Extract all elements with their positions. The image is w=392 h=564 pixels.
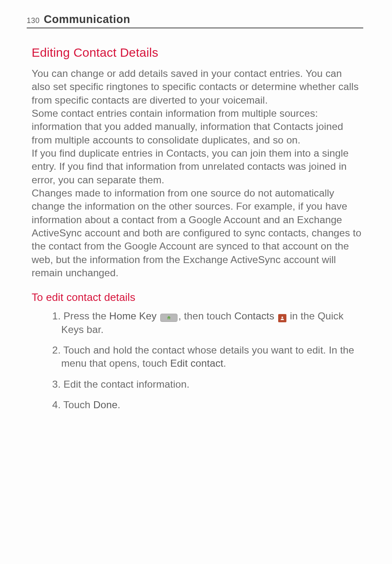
ui-label-contacts: Contacts: [234, 310, 274, 321]
page-number: 130: [27, 16, 40, 25]
step-text: , then touch: [178, 310, 234, 321]
step-text: Touch: [61, 399, 93, 410]
svg-point-0: [281, 317, 283, 318]
ui-label-edit-contact: Edit contact: [170, 358, 223, 369]
step-item: 1. Press the Home Key , then touch Conta…: [52, 310, 363, 336]
page-container: 130 Communication Editing Contact Detail…: [0, 0, 392, 564]
paragraph: If you find duplicate entries in Contact…: [32, 147, 363, 187]
contacts-icon: [278, 314, 286, 322]
step-number: 1.: [52, 310, 61, 321]
step-text: Edit the contact information.: [61, 379, 190, 390]
steps-list: 1. Press the Home Key , then touch Conta…: [32, 310, 363, 411]
paragraph: Changes made to information from one sou…: [32, 187, 363, 280]
page-header: 130 Communication: [27, 13, 363, 28]
ui-label-done: Done: [93, 399, 118, 410]
step-number: 4.: [52, 399, 61, 410]
step-text: Press the: [61, 310, 109, 321]
step-item: 2. Touch and hold the contact whose deta…: [52, 344, 363, 370]
paragraph: You can change or add details saved in y…: [32, 67, 363, 107]
step-text: .: [118, 399, 120, 410]
page-content: Editing Contact Details You can change o…: [27, 46, 363, 411]
step-item: 3. Edit the contact information.: [52, 378, 363, 391]
ui-label-home-key: Home Key: [109, 310, 157, 321]
step-number: 2.: [52, 344, 61, 356]
section-title: Editing Contact Details: [32, 46, 363, 60]
home-key-icon: [160, 314, 178, 322]
body-text-block: You can change or add details saved in y…: [32, 67, 363, 280]
step-item: 4. Touch Done.: [52, 398, 363, 411]
step-text: .: [223, 358, 226, 369]
paragraph: Some contact entries contain information…: [32, 107, 363, 147]
step-number: 3.: [52, 379, 61, 390]
chapter-title: Communication: [44, 13, 131, 26]
subsection-title: To edit contact details: [32, 291, 363, 304]
